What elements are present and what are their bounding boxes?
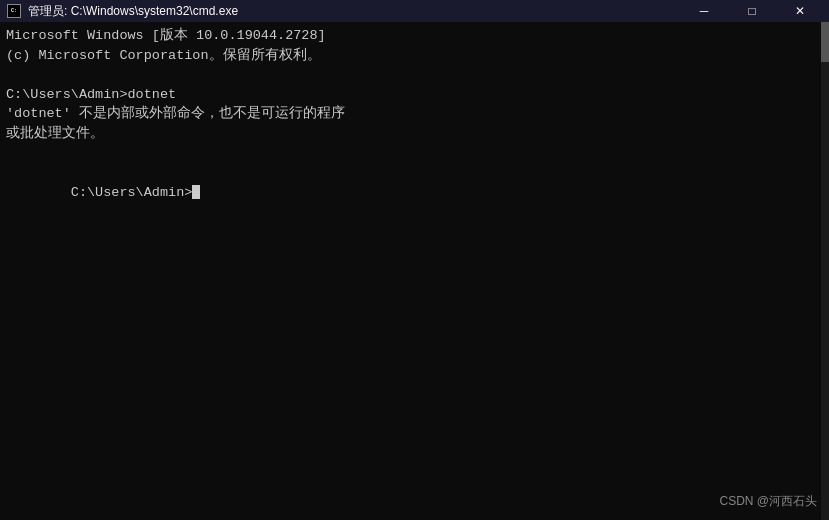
terminal-output: Microsoft Windows [版本 10.0.19044.2728] (… [6,26,823,222]
terminal-cursor [192,185,200,199]
title-bar-text: 管理员: C:\Windows\system32\cmd.exe [28,3,675,20]
terminal-line [6,143,823,163]
terminal-line: (c) Microsoft Corporation。保留所有权利。 [6,46,823,66]
scrollbar[interactable] [821,22,829,520]
close-button[interactable]: ✕ [777,0,823,22]
scrollbar-thumb[interactable] [821,22,829,62]
terminal-prompt: C:\Users\Admin> [71,185,193,200]
terminal-body[interactable]: Microsoft Windows [版本 10.0.19044.2728] (… [0,22,829,520]
terminal-line: C:\Users\Admin>dotnet [6,85,823,105]
minimize-button[interactable]: ─ [681,0,727,22]
cmd-icon [7,4,21,18]
terminal-line: 'dotnet' 不是内部或外部命令，也不是可运行的程序 [6,104,823,124]
app-icon [6,3,22,19]
terminal-line: Microsoft Windows [版本 10.0.19044.2728] [6,26,823,46]
watermark: CSDN @河西石头 [719,493,817,510]
cmd-window: 管理员: C:\Windows\system32\cmd.exe ─ □ ✕ M… [0,0,829,520]
title-bar-controls: ─ □ ✕ [681,0,823,22]
terminal-line: 或批处理文件。 [6,124,823,144]
terminal-line [6,65,823,85]
terminal-prompt-line: C:\Users\Admin> [6,163,823,222]
title-bar: 管理员: C:\Windows\system32\cmd.exe ─ □ ✕ [0,0,829,22]
maximize-button[interactable]: □ [729,0,775,22]
